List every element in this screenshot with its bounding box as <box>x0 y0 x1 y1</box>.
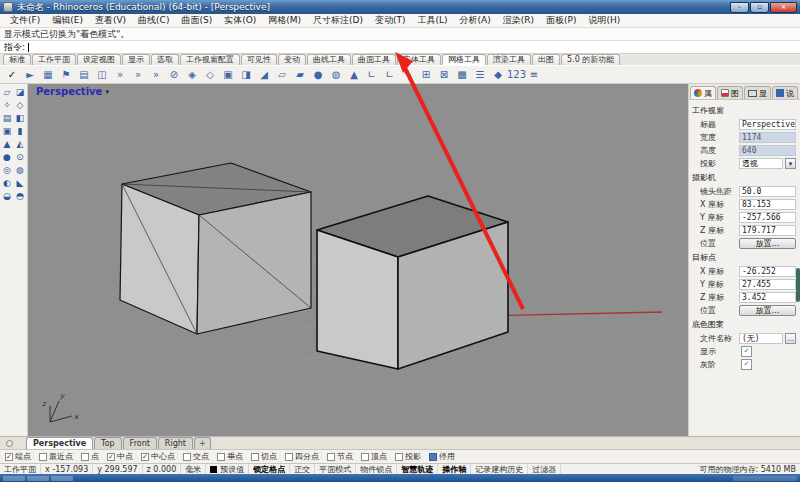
tab-layers[interactable]: 图 <box>717 86 743 99</box>
property-value[interactable]: -257.566 <box>739 212 796 223</box>
toolbar-tab[interactable]: 工作平面 <box>32 54 76 65</box>
viewport-tab[interactable]: + <box>194 437 211 449</box>
taskbar-button[interactable] <box>3 476 25 481</box>
toolbar-tab[interactable]: 5.0 的新功能 <box>561 54 620 65</box>
rhino-app-icon[interactable] <box>3 2 13 12</box>
property-value[interactable]: Perspective <box>739 119 796 130</box>
menu-item[interactable]: 说明(H) <box>583 14 627 27</box>
mesh-cylinder-icon[interactable]: ◍ <box>327 67 345 83</box>
toolbar-tab[interactable]: 渲染工具 <box>487 54 531 65</box>
mesh-from-nurbs-icon[interactable]: ▦ <box>39 67 57 83</box>
menu-item[interactable]: 实体(O) <box>218 14 262 27</box>
chevron-down-icon[interactable]: ▾ <box>785 158 796 169</box>
toolbar-tab[interactable]: 曲线工具 <box>307 54 351 65</box>
status-field[interactable]: 操作轴 <box>438 464 471 474</box>
viewport-tab[interactable]: Front <box>123 437 157 449</box>
property-value[interactable] <box>739 359 796 370</box>
mesh-brush-icon[interactable]: ✎ <box>399 67 417 83</box>
delete-mesh-faces-icon[interactable]: ⊘ <box>165 67 183 83</box>
solid-ellipsoid-icon[interactable]: ⊙ <box>14 151 27 164</box>
mesh-trim-icon[interactable]: ◢ <box>255 67 273 83</box>
toolbar-tab[interactable]: 工作视窗配置 <box>180 54 240 65</box>
viewport-title[interactable]: Perspective ▾ <box>36 86 109 97</box>
property-value[interactable]: 179.717 <box>739 225 796 236</box>
mesh-box-icon[interactable]: ▣ <box>219 67 237 83</box>
status-field[interactable]: 智慧轨迹 <box>397 464 438 474</box>
viewport-tab[interactable]: Right <box>158 437 193 449</box>
menu-item[interactable]: 文件(F) <box>4 14 46 27</box>
layers-panel-icon[interactable]: ▤ <box>1 112 14 125</box>
mesh-wrench-icon[interactable]: ∟ <box>381 67 399 83</box>
weld-mesh-icon[interactable]: ◈ <box>183 67 201 83</box>
toolbar-tab[interactable]: 变动 <box>278 54 306 65</box>
panel-scrollbar-thumb[interactable] <box>796 268 800 302</box>
curve-sheet-icon[interactable]: ◧ <box>14 112 27 125</box>
boolean-difference-icon[interactable]: ◓ <box>14 190 27 203</box>
toolbar-tab[interactable]: 网格工具 <box>442 54 486 65</box>
osnap-toggle[interactable]: 切点 <box>251 451 277 462</box>
viewport-canvas[interactable]: x y z <box>28 84 688 436</box>
select-pointer-icon[interactable]: ► <box>21 67 39 83</box>
status-field[interactable]: 记录建构历史 <box>471 464 528 474</box>
status-field[interactable]: 锁定格点 <box>249 464 290 474</box>
status-field[interactable]: z 0.000 <box>143 464 182 474</box>
solid-sphere-icon[interactable]: ● <box>1 151 14 164</box>
status-field[interactable]: 物件锁点 <box>356 464 397 474</box>
menu-item[interactable]: 工具(L) <box>412 14 454 27</box>
status-field[interactable]: 过滤器 <box>528 464 561 474</box>
osnap-toggle[interactable]: 交点 <box>183 451 209 462</box>
vertex-count-icon[interactable]: 123 <box>507 67 525 83</box>
taskbar-button[interactable] <box>51 476 73 481</box>
tab-properties[interactable]: 属 <box>690 86 716 99</box>
solid-pipe-icon[interactable]: ◍ <box>14 164 27 177</box>
align-mesh-vertices-icon[interactable]: ∟ <box>363 67 381 83</box>
toolbar-tab[interactable]: 标准 <box>3 54 31 65</box>
minimize-button[interactable]: – <box>730 2 749 13</box>
property-value[interactable]: (无) <box>739 333 783 344</box>
status-field[interactable]: 可用的物理内存: 5410 MB <box>695 464 800 474</box>
osnap-toggle[interactable]: 顶点 <box>361 451 387 462</box>
reduce-mesh-icon[interactable]: » <box>111 67 129 83</box>
menu-item[interactable]: 查看(V) <box>89 14 132 27</box>
mesh-repair-icon[interactable]: ⊠ <box>435 67 453 83</box>
menu-item[interactable]: 曲线(C) <box>132 14 175 27</box>
solid-torus-icon[interactable]: ◎ <box>1 164 14 177</box>
property-value[interactable]: 放置... <box>739 305 796 316</box>
status-field[interactable]: 工作平面 <box>0 464 41 474</box>
viewport-tab[interactable]: Top <box>94 437 122 449</box>
property-value[interactable]: -26.252 <box>739 266 796 277</box>
solid-slab-icon[interactable]: ◐ <box>1 177 14 190</box>
menu-item[interactable]: 尺寸标注(D) <box>307 14 369 27</box>
solid-truncated-cone-icon[interactable]: ◭ <box>14 138 27 151</box>
solid-cone-icon[interactable]: ▲ <box>1 138 14 151</box>
osnap-toggle[interactable]: 投影 <box>395 451 421 462</box>
toolbar-tab[interactable]: 选取 <box>151 54 179 65</box>
mesh-patch-icon[interactable]: ⚑ <box>57 67 75 83</box>
perspective-viewport[interactable]: Perspective ▾ <box>28 84 688 436</box>
menu-item[interactable]: 渲染(R) <box>497 14 540 27</box>
osnap-toggle[interactable]: 四分点 <box>285 451 319 462</box>
toolbar-tab[interactable]: 曲面工具 <box>352 54 396 65</box>
osnap-toggle[interactable]: 中心点 <box>141 451 175 462</box>
osnap-toggle[interactable]: 中点 <box>107 451 133 462</box>
rotate-view-icon[interactable]: ◪ <box>14 86 27 99</box>
command-prompt[interactable]: 指令: <box>0 40 800 53</box>
match-mesh-edge-icon[interactable]: ▱ <box>273 67 291 83</box>
menu-item[interactable]: 编辑(E) <box>46 14 89 27</box>
check-icon[interactable]: ✓ <box>3 67 21 83</box>
menu-item[interactable]: 网格(M) <box>262 14 307 27</box>
quadrangulate-mesh-icon[interactable]: » <box>129 67 147 83</box>
osnap-toggle[interactable]: 点 <box>81 451 99 462</box>
osnap-toggle[interactable]: 最近点 <box>39 451 73 462</box>
check-mesh-icon[interactable]: ⊞ <box>417 67 435 83</box>
boolean-union-icon[interactable]: ◒ <box>1 190 14 203</box>
status-field[interactable]: x -157.093 <box>41 464 93 474</box>
viewport-layout-icon[interactable] <box>6 440 13 447</box>
toolbar-tab[interactable]: 出图 <box>532 54 560 65</box>
osnap-toggle[interactable]: 垂点 <box>217 451 243 462</box>
maximize-button[interactable]: ▫ <box>750 2 769 13</box>
menu-item[interactable]: 面板(P) <box>540 14 582 27</box>
cplane-icon[interactable]: ▱ <box>1 86 14 99</box>
property-value[interactable]: 83.153 <box>739 199 796 210</box>
taskbar-button[interactable] <box>27 476 49 481</box>
